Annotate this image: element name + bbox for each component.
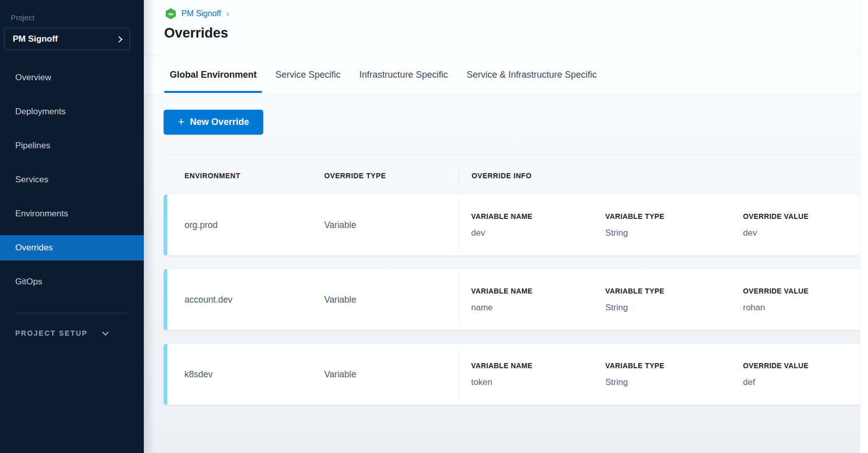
cell-override-value: rohan xyxy=(743,303,809,313)
sidebar-item-overrides[interactable]: Overrides xyxy=(0,235,144,261)
cell-override-type: Variable xyxy=(324,369,356,380)
row-info-divider xyxy=(459,200,459,250)
chevron-down-icon xyxy=(102,329,109,336)
table-header: ENVIRONMENT OVERRIDE TYPE OVERRIDE INFO xyxy=(144,172,868,183)
chevron-right-icon xyxy=(116,36,122,43)
cell-override-value: def xyxy=(743,377,809,387)
app-window: Project PM Signoff Overview Deployments … xyxy=(0,0,868,453)
cell-environment: account.dev xyxy=(184,295,232,305)
row-accent-bar xyxy=(164,269,167,330)
sidebar-item-deployments[interactable]: Deployments xyxy=(0,99,144,124)
info-column-variable-type: VARIABLE TYPE String xyxy=(605,362,664,387)
info-column-override-value: OVERRIDE VALUE dev xyxy=(743,212,809,238)
info-label-variable-name: VARIABLE NAME xyxy=(471,287,533,295)
sidebar-item-gitops[interactable]: GitOps xyxy=(0,269,144,295)
tab-service-specific[interactable]: Service Specific xyxy=(275,56,340,94)
column-divider xyxy=(459,171,459,184)
cell-variable-type: String xyxy=(605,228,664,238)
project-selector-value: PM Signoff xyxy=(13,34,58,44)
column-header-environment: ENVIRONMENT xyxy=(184,172,240,180)
row-info-divider xyxy=(459,274,459,325)
cell-override-type: Variable xyxy=(324,220,356,231)
info-label-variable-type: VARIABLE TYPE xyxy=(605,362,664,370)
page-header: ∞ PM Signoff › Overrides xyxy=(144,0,868,56)
main-content: ∞ PM Signoff › Overrides Global Environm… xyxy=(144,0,868,453)
info-column-variable-type: VARIABLE TYPE String xyxy=(605,212,664,238)
tab-service-infrastructure-specific[interactable]: Service & Infrastructure Specific xyxy=(467,56,597,94)
breadcrumb-separator: › xyxy=(226,9,229,19)
sidebar-nav: Overview Deployments Pipelines Services … xyxy=(0,65,144,303)
project-selector[interactable]: PM Signoff xyxy=(4,28,130,50)
table-row[interactable]: account.dev Variable VARIABLE NAME name … xyxy=(164,269,868,330)
info-label-override-value: OVERRIDE VALUE xyxy=(743,287,809,295)
info-column-variable-name: VARIABLE NAME name xyxy=(471,287,533,313)
info-label-override-value: OVERRIDE VALUE xyxy=(743,212,809,220)
cell-variable-name: token xyxy=(471,377,533,387)
info-column-override-value: OVERRIDE VALUE def xyxy=(743,362,809,387)
row-info-divider xyxy=(459,349,459,400)
sidebar-item-environments[interactable]: Environments xyxy=(0,201,144,226)
info-label-variable-name: VARIABLE NAME xyxy=(471,212,533,220)
sidebar: Project PM Signoff Overview Deployments … xyxy=(0,0,144,453)
new-override-label: New Override xyxy=(190,117,249,127)
info-column-variable-name: VARIABLE NAME token xyxy=(471,362,533,387)
infinity-glyph: ∞ xyxy=(168,8,173,19)
info-column-variable-type: VARIABLE TYPE String xyxy=(605,287,664,313)
cell-variable-name: dev xyxy=(471,228,533,238)
sidebar-item-overview[interactable]: Overview xyxy=(0,65,144,90)
table-row[interactable]: k8sdev Variable VARIABLE NAME token VARI… xyxy=(164,344,868,405)
cell-environment: org.prod xyxy=(184,220,218,231)
plus-icon: + xyxy=(178,116,184,127)
breadcrumb: ∞ PM Signoff › xyxy=(165,8,229,19)
tab-bar: Global Environment Service Specific Infr… xyxy=(144,56,860,94)
column-header-override-type: OVERRIDE TYPE xyxy=(324,172,386,180)
cell-override-type: Variable xyxy=(324,295,356,305)
new-override-button[interactable]: + New Override xyxy=(164,110,263,135)
page-title: Overrides xyxy=(164,25,228,41)
scrollbar[interactable] xyxy=(860,0,868,453)
sidebar-item-pipelines[interactable]: Pipelines xyxy=(0,133,144,158)
info-label-override-value: OVERRIDE VALUE xyxy=(743,362,809,370)
info-label-variable-type: VARIABLE TYPE xyxy=(605,212,664,220)
cell-environment: k8sdev xyxy=(184,369,212,380)
row-accent-bar xyxy=(164,195,167,255)
sidebar-divider xyxy=(15,313,129,313)
tab-infrastructure-specific[interactable]: Infrastructure Specific xyxy=(359,56,448,94)
project-label: Project xyxy=(11,13,35,22)
row-accent-bar xyxy=(164,344,167,405)
cell-variable-type: String xyxy=(605,377,664,387)
breadcrumb-project-link[interactable]: PM Signoff xyxy=(181,9,221,18)
column-header-override-info: OVERRIDE INFO xyxy=(472,172,532,180)
cell-variable-name: name xyxy=(471,303,533,313)
cd-module-icon: ∞ xyxy=(165,8,176,19)
info-column-variable-name: VARIABLE NAME dev xyxy=(471,212,533,238)
content-area: + New Override ENVIRONMENT OVERRIDE TYPE… xyxy=(144,94,868,453)
cell-override-value: dev xyxy=(743,228,809,238)
sidebar-item-services[interactable]: Services xyxy=(0,167,144,192)
cell-variable-type: String xyxy=(605,303,664,313)
info-label-variable-name: VARIABLE NAME xyxy=(471,362,533,370)
project-setup-label: PROJECT SETUP xyxy=(15,329,88,337)
table-divider xyxy=(164,155,868,155)
table-row[interactable]: org.prod Variable VARIABLE NAME dev VARI… xyxy=(164,195,868,255)
tab-global-environment[interactable]: Global Environment xyxy=(170,56,257,94)
sidebar-item-project-setup[interactable]: PROJECT SETUP xyxy=(15,329,108,337)
info-column-override-value: OVERRIDE VALUE rohan xyxy=(743,287,809,313)
info-label-variable-type: VARIABLE TYPE xyxy=(605,287,664,295)
